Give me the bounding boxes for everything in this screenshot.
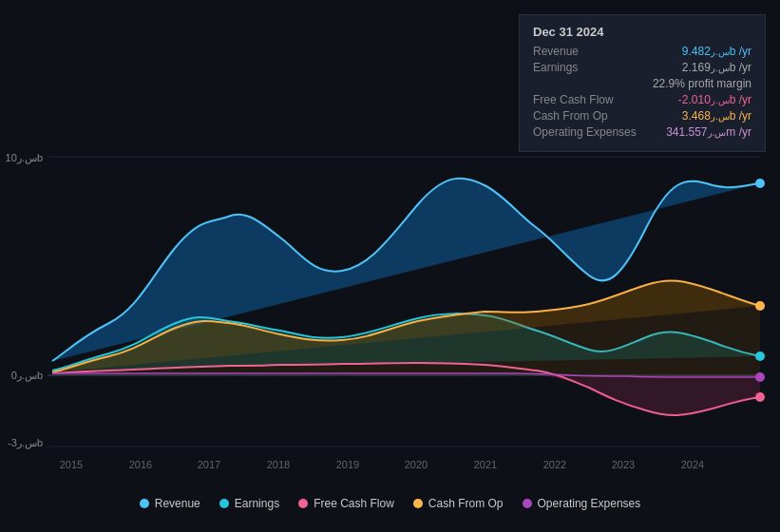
chart-container: 2015 2016 2017 2018 2019 2020 2021 2022 … xyxy=(0,0,780,532)
legend-label-revenue: Revenue xyxy=(155,497,200,510)
legend-label-opex: Operating Expenses xyxy=(538,497,641,510)
tooltip-row-cashop: Cash From Op 3.468س.رb /yr xyxy=(533,109,751,123)
svg-text:0س.رb: 0س.رb xyxy=(11,370,43,382)
svg-point-8 xyxy=(755,392,765,402)
legend-dot-cashop xyxy=(413,499,423,508)
svg-text:2022: 2022 xyxy=(543,459,566,470)
legend-dot-opex xyxy=(523,499,532,508)
legend-label-fcf: Free Cash Flow xyxy=(314,497,394,510)
legend-label-cashop: Cash From Op xyxy=(428,497,504,510)
legend-item-earnings[interactable]: Earnings xyxy=(219,497,279,510)
legend-dot-revenue xyxy=(140,499,149,508)
svg-text:2020: 2020 xyxy=(405,459,428,470)
svg-point-5 xyxy=(755,179,765,188)
svg-point-9 xyxy=(755,372,765,382)
tooltip-label-earnings: Earnings xyxy=(533,61,637,74)
tooltip-value-revenue: 9.482س.رb /yr xyxy=(682,45,751,58)
svg-text:2023: 2023 xyxy=(612,459,635,470)
svg-text:2016: 2016 xyxy=(129,459,152,470)
tooltip-value-fcf: -2.010س.رb /yr xyxy=(678,93,751,106)
svg-text:10س.رb: 10س.رb xyxy=(6,152,43,164)
tooltip-value-opex: 341.557س.رm /yr xyxy=(666,125,751,139)
tooltip-box: Dec 31 2024 Revenue 9.482س.رb /yr Earnin… xyxy=(519,14,766,152)
legend-label-earnings: Earnings xyxy=(235,497,279,510)
tooltip-row-earnings: Earnings 2.169س.رb /yr xyxy=(533,61,751,74)
legend-item-opex[interactable]: Operating Expenses xyxy=(523,497,641,510)
svg-text:2019: 2019 xyxy=(336,459,359,470)
tooltip-title: Dec 31 2024 xyxy=(533,25,751,39)
svg-text:2024: 2024 xyxy=(681,459,704,470)
svg-text:-3س.رb: -3س.رb xyxy=(8,437,43,449)
tooltip-label-cashop: Cash From Op xyxy=(533,109,637,123)
legend-dot-earnings xyxy=(219,499,229,508)
tooltip-row-revenue: Revenue 9.482س.رb /yr xyxy=(533,45,751,58)
svg-point-7 xyxy=(755,352,765,361)
tooltip-value-earnings: 2.169س.رb /yr xyxy=(682,61,751,74)
legend-item-revenue[interactable]: Revenue xyxy=(140,497,200,510)
svg-text:2017: 2017 xyxy=(198,459,220,470)
svg-text:2018: 2018 xyxy=(267,459,290,470)
svg-text:2021: 2021 xyxy=(474,459,497,470)
tooltip-row-opex: Operating Expenses 341.557س.رm /yr xyxy=(533,125,751,139)
tooltip-row-fcf: Free Cash Flow -2.010س.رb /yr xyxy=(533,93,751,106)
tooltip-label-revenue: Revenue xyxy=(533,45,637,58)
svg-text:2015: 2015 xyxy=(60,459,83,470)
tooltip-value-cashop: 3.468س.رb /yr xyxy=(682,109,751,123)
legend-dot-fcf xyxy=(298,499,308,508)
tooltip-row-margin: 22.9% profit margin xyxy=(533,77,751,90)
tooltip-value-margin: 22.9% profit margin xyxy=(653,77,751,90)
tooltip-label-opex: Operating Expenses xyxy=(533,125,637,139)
tooltip-label-fcf: Free Cash Flow xyxy=(533,93,637,106)
legend: Revenue Earnings Free Cash Flow Cash Fro… xyxy=(0,489,780,518)
legend-item-fcf[interactable]: Free Cash Flow xyxy=(298,497,394,510)
svg-point-6 xyxy=(755,301,765,311)
legend-item-cashop[interactable]: Cash From Op xyxy=(413,497,504,510)
